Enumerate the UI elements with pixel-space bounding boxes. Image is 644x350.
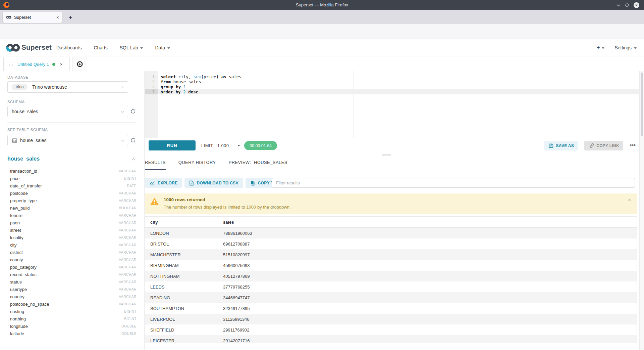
column-name: new_build xyxy=(7,206,119,211)
scrollbar-thumb[interactable] xyxy=(641,73,643,136)
cell-sales: 29142071716 xyxy=(218,335,637,343)
table-row: READING 34468947747 xyxy=(145,292,637,303)
column-type: VARCHAR xyxy=(119,221,137,225)
chevron-up-icon[interactable] xyxy=(131,158,135,162)
superset-navbar: Superset Dashboards Charts SQL Lab xyxy=(0,39,644,56)
results-tab[interactable]: QUERY HISTORY xyxy=(178,160,216,170)
cell-city: LEEDS xyxy=(145,281,218,292)
column-type: VARCHAR xyxy=(119,191,137,195)
chevron-down-icon xyxy=(121,109,124,113)
col-header-sales[interactable]: sales xyxy=(218,217,637,227)
brand-name: Superset xyxy=(21,43,52,51)
cell-city: MANCHESTER xyxy=(145,249,218,260)
add-new-button[interactable]: + xyxy=(596,44,604,51)
results-tabbar: RESULTS QUERY HISTORY PREVIEW: `HOUSE_SA… xyxy=(145,160,289,170)
table-row: BRISTOL 69612708887 xyxy=(145,238,637,249)
more-menu-icon[interactable]: ••• xyxy=(630,142,636,148)
divider xyxy=(7,122,136,123)
limit-dropdown[interactable]: LIMIT: 1 000 xyxy=(201,138,240,153)
column-name: usertype xyxy=(7,287,119,292)
filter-results-input[interactable] xyxy=(272,178,635,188)
new-tab-button[interactable]: + xyxy=(66,13,75,22)
browser-tab[interactable]: Superset × xyxy=(3,12,62,23)
table-column-row: country VARCHAR xyxy=(7,293,137,300)
query-tab[interactable]: ⋮⋮ Untitled Query 1 × xyxy=(3,57,70,71)
chart-line-icon xyxy=(150,181,155,185)
database-select[interactable]: trino Trino warehouse xyxy=(7,81,128,93)
column-type: VARCHAR xyxy=(119,169,137,173)
table-row: LONDON 788861960063 xyxy=(145,228,637,238)
cell-city: NOTTINGHAM xyxy=(145,271,218,281)
table-column-row: new_build BOOLEAN xyxy=(7,204,137,212)
nav-item[interactable]: SQL Lab xyxy=(120,45,143,50)
page-scrollbar[interactable] xyxy=(639,71,644,350)
column-name: postcode xyxy=(7,191,119,196)
column-type: VARCHAR xyxy=(119,228,137,232)
save-as-button[interactable]: SAVE AS xyxy=(544,141,578,150)
results-tab[interactable]: RESULTS xyxy=(145,160,166,170)
nav-item[interactable]: Charts xyxy=(94,45,108,50)
column-type: DOUBLE xyxy=(121,324,137,328)
column-type: VARCHAR xyxy=(119,272,137,276)
results-pane: RESULTS QUERY HISTORY PREVIEW: `HOUSE_SA… xyxy=(145,153,644,350)
column-name: tenure xyxy=(7,213,119,218)
pane-drag-handle[interactable] xyxy=(382,154,391,156)
caret-down-icon xyxy=(237,145,240,146)
column-type: VARCHAR xyxy=(119,235,137,239)
window-controls: × xyxy=(616,0,639,10)
table-column-row: city VARCHAR xyxy=(7,241,137,249)
table-select[interactable]: house_sales xyxy=(7,135,128,146)
column-type: VARCHAR xyxy=(119,295,137,299)
cell-city: BIRMINGHAM xyxy=(145,260,218,271)
query-timer-badge: 00:00:01.64 xyxy=(244,141,277,150)
window-title: Superset — Mozilla Firefox xyxy=(0,2,644,7)
column-name: locality xyxy=(7,235,119,240)
chevron-down-icon xyxy=(121,138,124,141)
cell-sales: 34468947747 xyxy=(218,292,637,303)
column-name: price xyxy=(7,176,124,181)
new-query-tab-button[interactable] xyxy=(72,57,87,71)
column-name: status xyxy=(7,279,119,285)
refresh-schema-icon[interactable] xyxy=(130,108,136,115)
table-column-row: date_of_transfer DATE xyxy=(7,182,137,189)
results-tab[interactable]: PREVIEW: `HOUSE_SALES` xyxy=(229,160,289,170)
close-window-icon[interactable]: × xyxy=(634,2,639,8)
column-name: country xyxy=(7,294,119,299)
nav-item[interactable]: Data xyxy=(155,45,170,50)
column-type: VARCHAR xyxy=(119,280,137,284)
column-name: record_status xyxy=(7,272,119,277)
table-column-row: transaction_id VARCHAR xyxy=(7,167,137,175)
circle-plus-icon xyxy=(77,61,83,67)
sql-editor[interactable]: 1 select city, sum(price) as sales 2 fro… xyxy=(145,71,644,138)
column-type: VARCHAR xyxy=(119,243,137,247)
col-header-city[interactable]: city xyxy=(145,217,218,227)
caret-down-icon xyxy=(140,47,143,49)
cell-sales: 37779768255 xyxy=(218,281,637,292)
refresh-table-icon[interactable] xyxy=(130,137,136,143)
editor-line: 2 from house_sales xyxy=(145,79,644,84)
query-tab-close-icon[interactable]: × xyxy=(60,62,63,67)
line-number: 4 xyxy=(145,89,158,94)
line-number: 2 xyxy=(145,79,158,84)
column-name: northing xyxy=(7,316,124,321)
link-icon xyxy=(588,143,594,148)
query-tabbar: ⋮⋮ Untitled Query 1 × xyxy=(0,56,644,71)
explore-button[interactable]: EXPLORE xyxy=(145,178,182,188)
minimize-icon[interactable] xyxy=(616,2,621,8)
download-csv-button[interactable]: DOWNLOAD TO CSV xyxy=(184,178,243,188)
run-button[interactable]: RUN xyxy=(149,140,196,150)
caret-down-icon xyxy=(602,47,604,49)
copy-link-button[interactable]: COPY LINK xyxy=(584,141,623,150)
settings-menu[interactable]: Settings xyxy=(614,45,637,50)
table-column-row: county VARCHAR xyxy=(7,256,137,263)
column-type: VARCHAR xyxy=(119,199,137,203)
results-table: city sales LONDON 788861960063 BRISTOL 6… xyxy=(145,216,637,343)
tab-close-icon[interactable]: × xyxy=(56,15,59,20)
maximize-icon[interactable] xyxy=(625,3,629,7)
drag-dots-icon[interactable]: ⋮⋮ xyxy=(8,62,14,67)
schema-select[interactable]: house_sales xyxy=(7,106,128,117)
nav-right: + Settings xyxy=(596,39,637,56)
banner-close-icon[interactable]: × xyxy=(628,197,631,203)
nav-item[interactable]: Dashboards xyxy=(56,45,82,50)
table-grid-icon xyxy=(12,138,17,143)
